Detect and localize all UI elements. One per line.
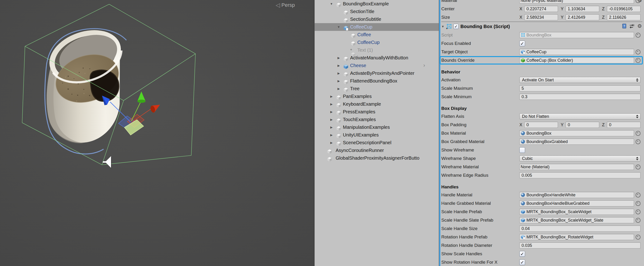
foldout-triangle-icon[interactable]: ▶	[329, 95, 334, 98]
hierarchy-item-unityuiexamples[interactable]: ▶ UnityUIExamples	[315, 131, 439, 139]
hierarchy-item-scenedescriptionpanel[interactable]: ▶ SceneDescriptionPanel	[315, 139, 439, 147]
box-grabbed-material-object-field[interactable]: BoundingBoxGrabbed	[520, 139, 634, 145]
size-x-input[interactable]: 2.589234	[524, 14, 558, 20]
target-object-object-field[interactable]: CoffeeCup	[520, 49, 634, 55]
hierarchy-item-keyboardexample[interactable]: ▶ KeyboardExample	[315, 100, 439, 108]
inspector-row-rotation-handle-diameter: Rotation Handle Diameter0.035	[441, 241, 642, 250]
center-x-input[interactable]: 0.2207274	[524, 6, 558, 12]
foldout-triangle-icon[interactable]: ▼	[336, 25, 341, 29]
scale-handle-size-input[interactable]: 0.04	[520, 226, 640, 232]
scale-maximum-input[interactable]: 5	[520, 85, 640, 91]
show-rotation-handle-for-x-checkbox[interactable]: ✓	[520, 259, 525, 265]
object-picker-icon[interactable]	[636, 209, 640, 214]
handle-grabbed-material-object-field[interactable]: BoundingBoxHandleBlueGrabbed	[520, 200, 634, 206]
foldout-triangle-icon[interactable]: ▼	[329, 2, 334, 6]
hierarchy-item-coffeecup[interactable]: ▼ CoffeeCup	[315, 23, 439, 31]
hierarchy-item-label: ActivateByProximityAndPointer	[350, 71, 414, 76]
foldout-triangle-icon[interactable]: ▶	[336, 56, 341, 60]
scale-handle-slate-prefab-object-field[interactable]: MRTK_BoundingBox_ScaleWidget_Slate	[520, 217, 634, 223]
field-label: Script	[441, 33, 520, 38]
hierarchy-item-tree[interactable]: ▶ Tree	[315, 85, 439, 93]
object-picker-icon[interactable]	[636, 218, 640, 223]
prefab-cube-icon	[520, 209, 525, 214]
foldout-triangle-icon[interactable]: ▶	[329, 125, 334, 129]
scene-view[interactable]: ◁ Persp	[0, 0, 314, 266]
hierarchy-item-sectionsubtitle[interactable]: SectionSubtitle	[315, 16, 439, 23]
object-picker-icon[interactable]	[636, 33, 640, 38]
handle-material-object-field[interactable]: BoundingBoxHandleWhite	[520, 192, 634, 198]
rotation-handle-prefab-object-field[interactable]: MRTK_BoundingBox_RotateWidget	[520, 234, 634, 240]
center-z-input[interactable]: -0.01996105	[607, 6, 640, 12]
flatten-axis-dropdown[interactable]: Do Not Flatten	[520, 113, 640, 119]
scale-minimum-input[interactable]: 0.3	[520, 94, 640, 100]
hierarchy-item-coffeecup[interactable]: CoffeeCup	[315, 39, 439, 46]
hierarchy-item-flattenedboundingbox[interactable]: ▶ FlattenedBoundingBox	[315, 77, 439, 85]
hierarchy-item-pressexamples[interactable]: ▶ PressExamples	[315, 108, 439, 116]
foldout-triangle-icon[interactable]: ▼	[441, 25, 446, 28]
scale-handle-prefab-object-field[interactable]: MRTK_BoundingBox_ScaleWidget	[520, 209, 634, 215]
activation-dropdown[interactable]: Activate On Start	[520, 77, 640, 83]
foldout-triangle-icon[interactable]: ▶	[336, 79, 341, 83]
cube-icon	[350, 33, 356, 38]
component-enabled-checkbox[interactable]: ✓	[454, 24, 458, 29]
script-object-field[interactable]: BoundingBox	[520, 32, 634, 38]
hierarchy-item-sectiontitle[interactable]: SectionTitle	[315, 8, 439, 16]
box-collider-rows: MaterialNone (Physic Material)CenterX0.2…	[441, 0, 642, 22]
foldout-triangle-icon[interactable]: ▶	[329, 141, 334, 145]
center-y-input[interactable]: 1.103634	[566, 6, 599, 12]
scene-orientation-gizmo[interactable]: ◁ Persp	[276, 2, 295, 9]
size-y-input[interactable]: 2.412649	[566, 14, 599, 20]
object-picker-icon[interactable]	[636, 193, 640, 198]
box-padding-y-input[interactable]: 0	[566, 122, 599, 128]
material-object-field[interactable]: None (Physic Material)	[520, 0, 634, 4]
object-picker-icon[interactable]	[636, 235, 640, 240]
foldout-triangle-icon[interactable]: ▶	[329, 110, 334, 114]
hierarchy-item-touchexamples[interactable]: ▶ TouchExamples	[315, 116, 439, 123]
wireframe-material-object-field[interactable]: None (Material)	[520, 164, 634, 170]
hierarchy-panel[interactable]: ▼ BoundingBoxExample SectionTitle Sectio…	[314, 0, 439, 266]
hierarchy-item-cheese[interactable]: ▶ Cheese›	[315, 62, 439, 69]
object-picker-icon[interactable]	[636, 139, 640, 144]
hierarchy-item-activatemanuallywithbutton[interactable]: ▶ ActivateManuallyWithButton	[315, 54, 439, 62]
foldout-triangle-icon[interactable]: ▶	[336, 87, 341, 90]
box-material-object-field[interactable]: BoundingBox	[520, 130, 634, 136]
rotation-handle-diameter-input[interactable]: 0.035	[520, 242, 640, 248]
object-picker-icon[interactable]	[636, 165, 640, 170]
show-scale-handles-checkbox[interactable]: ✓	[520, 251, 525, 257]
foldout-triangle-icon[interactable]: ▶	[329, 118, 334, 121]
foldout-triangle-icon[interactable]: ▶	[336, 72, 341, 75]
bounds-override-object-field[interactable]: CoffeeCup (Box Collider)	[520, 57, 634, 63]
help-doc-icon[interactable]: ?	[622, 23, 627, 29]
cube-icon	[336, 126, 341, 131]
preset-icon[interactable]	[629, 24, 635, 29]
gear-icon[interactable]: ⚙	[637, 24, 642, 29]
chevron-right-icon[interactable]: ›	[423, 62, 425, 68]
component-header[interactable]: ▼ + ✓ Bounding Box (Script) ? ⚙	[441, 22, 642, 31]
box-padding-x-input[interactable]: 0	[524, 122, 558, 128]
hierarchy-item-boundingboxexample[interactable]: ▼ BoundingBoxExample	[315, 0, 439, 8]
hierarchy-item-panexamples[interactable]: ▶ PanExamples	[315, 93, 439, 100]
focus-enabled-checkbox[interactable]: ✓	[520, 41, 525, 46]
hierarchy-item-manipulationexamples[interactable]: ▶ ManipulationExamples	[315, 123, 439, 131]
hierarchy-item-asynccoroutinerunner[interactable]: AsyncCoroutineRunner	[315, 147, 439, 154]
object-picker-icon[interactable]	[636, 0, 640, 3]
foldout-triangle-icon[interactable]: ▶	[329, 102, 334, 106]
scene-background	[0, 0, 314, 266]
show-wireframe-checkbox[interactable]	[520, 147, 525, 153]
wireframe-shape-dropdown[interactable]: Cubic	[520, 156, 640, 162]
hierarchy-item-text-1-[interactable]: +Text (1)	[315, 46, 439, 54]
wireframe-edge-radius-input[interactable]: 0.005	[520, 172, 640, 178]
object-picker-icon[interactable]	[636, 50, 640, 54]
field-label: Size	[441, 15, 520, 20]
foldout-triangle-icon[interactable]: ▶	[336, 64, 341, 67]
hierarchy-item-coffee[interactable]: Coffee	[315, 31, 439, 39]
hierarchy-item-globalshaderproximityassignerforbutto[interactable]: GlobalShaderProximityAssignerForButto	[315, 154, 439, 162]
inspector-panel[interactable]: ⚙ MaterialNone (Physic Material)CenterX0…	[439, 0, 644, 266]
object-picker-icon[interactable]	[636, 58, 640, 63]
object-picker-icon[interactable]	[636, 201, 640, 206]
hierarchy-item-activatebyproximityandpointer[interactable]: ▶ ActivateByProximityAndPointer	[315, 69, 439, 77]
size-z-input[interactable]: 2.116626	[607, 14, 640, 20]
object-picker-icon[interactable]	[636, 131, 640, 136]
foldout-triangle-icon[interactable]: ▶	[329, 133, 334, 137]
box-padding-z-input[interactable]: 0	[607, 122, 640, 128]
